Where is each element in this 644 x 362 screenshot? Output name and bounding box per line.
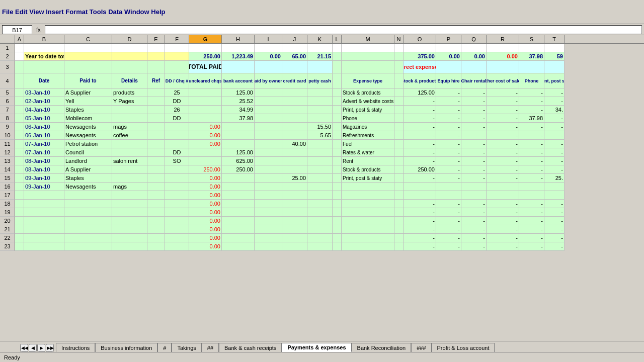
table-row: 6 02-Jan-10 Yell Y Pages DD 25.52 Advert… (0, 97, 644, 106)
formula-bar: B17 fx (0, 24, 644, 35)
col-header-m[interactable]: M (342, 35, 394, 43)
row-num: 19 (0, 208, 15, 217)
col-header-q[interactable]: Q (461, 35, 487, 43)
tab-bank-reconciliation[interactable]: Bank Reconciliation (352, 343, 412, 352)
spreadsheet-app: File Edit View Insert Format Tools Data … (0, 0, 644, 362)
col-header-j[interactable]: J (282, 35, 307, 43)
tab-payments--expenses[interactable]: Payments & expenses (282, 343, 351, 352)
row-num: 1 (0, 44, 15, 52)
row-num: 13 (0, 157, 15, 165)
tab-area: ◀◀ ◀ ▶ ▶▶ InstructionsBusiness informati… (0, 341, 644, 352)
row-num: 21 (0, 225, 15, 234)
row-num: 15 (0, 174, 15, 183)
table-row: 5 03-Jan-10 A Supplier products 25 125.0… (0, 88, 644, 97)
tab-nav-prev[interactable]: ◀ (29, 344, 37, 352)
row-num: 10 (0, 131, 15, 140)
table-row: 7 04-Jan-10 Staples 26 34.99 Print, post… (0, 106, 644, 114)
row-num: 18 (0, 200, 15, 208)
data-rows: 5 03-Jan-10 A Supplier products 25 125.0… (0, 88, 644, 251)
table-row: 17 0.00 (0, 191, 644, 200)
tab-bar: ◀◀ ◀ ▶ ▶▶ InstructionsBusiness informati… (0, 341, 644, 352)
grid-wrapper: 1 2 Year to date totals (0, 44, 644, 341)
table-row: 18 0.00 - - - - - - (0, 200, 644, 208)
col-header-a[interactable]: A (15, 35, 24, 43)
col-header-l[interactable]: L (333, 35, 342, 43)
table-row: 13 08-Jan-10 Landlord salon rent SO 625.… (0, 157, 644, 165)
row-num-header (0, 35, 15, 43)
table-row: 14 08-Jan-10 A Supplier 250.00 250.00 St… (0, 165, 644, 174)
table-row: 4 Date Paid to Details Ref DD / Chq # un… (0, 73, 644, 88)
row-num: 14 (0, 165, 15, 174)
col-header-p[interactable]: P (436, 35, 461, 43)
row-num: 2 (0, 52, 15, 61)
col-header-t[interactable]: T (544, 35, 565, 43)
col-header-i[interactable]: I (255, 35, 282, 43)
table-row: 16 09-Jan-10 Newsagents mags 0.00 (0, 183, 644, 191)
table-row: 9 06-Jan-10 Newsagents mags 0.00 15.50 M… (0, 123, 644, 131)
name-box[interactable]: B17 (2, 25, 32, 34)
tab-bank--cash-receipts[interactable]: Bank & cash receipts (219, 343, 282, 352)
column-headers: A B C D E F G H I J K L M N O P Q R S T (0, 35, 644, 44)
row-num: 22 (0, 234, 15, 242)
col-header-r[interactable]: R (487, 35, 519, 43)
col-header-h[interactable]: H (222, 35, 255, 43)
row-num: 17 (0, 191, 15, 200)
row-num: 6 (0, 97, 15, 106)
col-header-b[interactable]: B (24, 35, 64, 43)
row-num: 16 (0, 183, 15, 191)
tab-nav-next[interactable]: ▶ (37, 344, 45, 352)
row-num: 8 (0, 114, 15, 123)
row-num: 20 (0, 217, 15, 225)
row-num: 7 (0, 106, 15, 114)
tab-nav-first[interactable]: ◀◀ (20, 344, 28, 352)
col-header-n[interactable]: N (394, 35, 404, 43)
status-text: Ready (4, 354, 20, 360)
tab-[interactable]: ### (411, 343, 431, 352)
col-header-d[interactable]: D (112, 35, 147, 43)
col-header-s[interactable]: S (519, 35, 544, 43)
col-header-e[interactable]: E (147, 35, 165, 43)
formula-input[interactable] (45, 25, 642, 34)
col-header-c[interactable]: C (64, 35, 112, 43)
table-row: 15 09-Jan-10 Staples 0.00 25.00 Print, p… (0, 174, 644, 183)
table-row: 23 0.00 - - - - - - (0, 242, 644, 251)
table-row: 10 06-Jan-10 Newsagents coffee 0.00 5.65… (0, 131, 644, 140)
status-bar: Ready (0, 352, 644, 362)
tab-[interactable]: # (157, 343, 172, 352)
row-num: 23 (0, 242, 15, 251)
col-header-o[interactable]: O (404, 35, 436, 43)
table-row: 8 05-Jan-10 Mobilecom DD 37.98 Phone - -… (0, 114, 644, 123)
table-row: 21 0.00 - - - - - - (0, 225, 644, 234)
row-num: 4 (0, 73, 15, 88)
row-num: 5 (0, 88, 15, 97)
col-header-k[interactable]: K (307, 35, 333, 43)
tab-instructions[interactable]: Instructions (56, 343, 95, 352)
row-num: 11 (0, 140, 15, 148)
row-num: 3 (0, 61, 15, 73)
table-row: 11 07-Jan-10 Petrol station 0.00 40.00 F… (0, 140, 644, 148)
table-row: 1 (0, 44, 644, 52)
col-header-g[interactable]: G (189, 35, 222, 43)
table-row: 20 0.00 - - - - - - (0, 217, 644, 225)
app-menu[interactable]: File Edit View Insert Format Tools Data … (2, 8, 165, 16)
tab-business-information[interactable]: Business information (95, 343, 157, 352)
table-row: 19 0.00 - - - - - - (0, 208, 644, 217)
table-row: 2 Year to date totals 250.00 1,223.49 0.… (0, 52, 644, 61)
tab-[interactable]: ## (202, 343, 219, 352)
row-num: 12 (0, 148, 15, 157)
row-num: 9 (0, 123, 15, 131)
tab-nav-last[interactable]: ▶▶ (46, 344, 54, 352)
col-header-f[interactable]: F (165, 35, 189, 43)
table-row: 12 07-Jan-10 Council DD 125.00 Rates & w… (0, 148, 644, 157)
tab-takings[interactable]: Takings (172, 343, 201, 352)
table-row: 22 0.00 - - - - - - (0, 234, 644, 242)
formula-separator: fx (34, 27, 43, 33)
table-row: 3 TOTAL PAID Direct expenses (0, 61, 644, 73)
ribbon: File Edit View Insert Format Tools Data … (0, 0, 644, 24)
tab-profit--loss-account[interactable]: Profit & Loss account (432, 343, 495, 352)
